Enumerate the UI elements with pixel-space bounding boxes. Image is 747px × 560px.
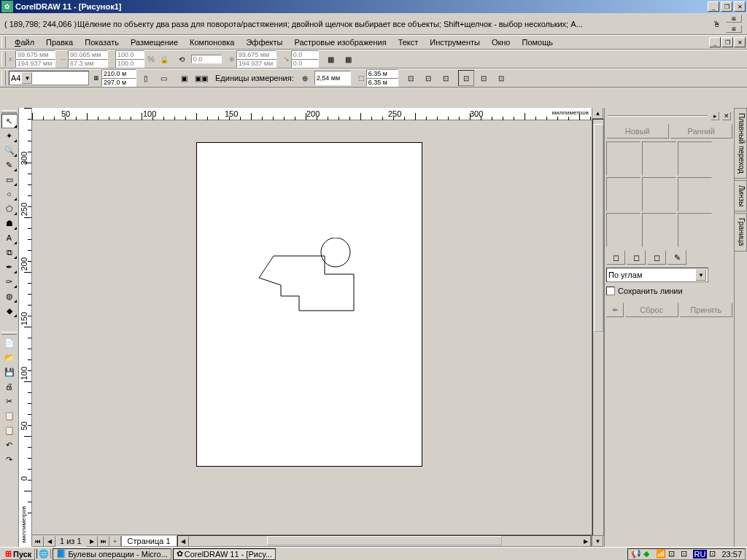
page-width[interactable]: 210.0 м: [101, 69, 136, 78]
scroll-down-button[interactable]: ▼: [592, 536, 603, 547]
snap-button-2[interactable]: ⊡: [420, 70, 436, 86]
taskbar-item-word[interactable]: 📘 Булевы операции - Micro...: [53, 548, 171, 560]
propbar2-grip[interactable]: [1, 71, 6, 85]
blend-tool[interactable]: ⧉: [1, 245, 18, 260]
drawn-shape[interactable]: [255, 238, 372, 318]
system-tray[interactable]: 📢 ◆ 📶 ⊡ ⊡ RU ⊡ 23:57: [627, 548, 746, 560]
polygon-tool[interactable]: ⬠: [1, 201, 18, 216]
horizontal-scrollbar[interactable]: ◀ ▶: [177, 535, 592, 547]
last-page-button[interactable]: ⏭: [98, 536, 109, 547]
clock[interactable]: 23:57: [721, 550, 742, 559]
snap-button-6[interactable]: ⊡: [493, 70, 509, 86]
aux-tool-6[interactable]: 📋: [1, 408, 18, 423]
menu-window[interactable]: Окно: [486, 36, 516, 48]
menu-help[interactable]: Помощь: [516, 36, 559, 48]
canvas[interactable]: [32, 120, 592, 534]
page-height[interactable]: 297.0 м: [101, 78, 136, 87]
docker-collapse-button[interactable]: ▸: [711, 112, 719, 120]
ellipse-tool[interactable]: ○: [1, 187, 18, 201]
text-tool[interactable]: A: [1, 230, 18, 245]
options-button[interactable]: ▦: [341, 51, 357, 67]
palette-none-fill[interactable]: ⊠: [726, 15, 742, 23]
keep-lines-checkbox[interactable]: Сохранить линии: [606, 287, 732, 295]
aux-tool-3[interactable]: 💾: [1, 365, 18, 379]
close-button[interactable]: ✕: [734, 1, 746, 12]
units-icon[interactable]: ⊕: [297, 70, 313, 86]
outline-tool[interactable]: ✑: [1, 274, 18, 289]
early-envelope-button[interactable]: Ранний: [670, 124, 733, 139]
menu-text[interactable]: Текст: [392, 36, 425, 48]
interactive-fill-tool[interactable]: ◆: [1, 303, 18, 318]
vertical-scrollbar[interactable]: ▲ ▼: [592, 108, 604, 547]
menu-grip[interactable]: [1, 36, 6, 48]
next-page-button[interactable]: ▶: [86, 536, 98, 547]
toolbox2-grip[interactable]: [1, 332, 17, 335]
env-mode-2[interactable]: ◻: [627, 250, 646, 265]
rotation[interactable]: 0.0: [191, 55, 222, 63]
menu-effects[interactable]: Эффекты: [240, 36, 288, 48]
pages-button[interactable]: ▣: [176, 70, 192, 86]
page-tab[interactable]: Страница 1: [121, 536, 177, 547]
mdi-close[interactable]: ✕: [734, 37, 746, 47]
pos-y[interactable]: 194.937 мм: [15, 59, 55, 68]
start-button[interactable]: ⊞ Пуск: [1, 548, 35, 560]
skew-x[interactable]: 0.0: [291, 50, 319, 59]
env-mode-4[interactable]: ✎: [667, 250, 686, 265]
rectangle-tool[interactable]: ▭: [1, 172, 18, 187]
first-page-button[interactable]: ⏮: [32, 536, 44, 547]
aux-tool-1[interactable]: 📄: [1, 335, 18, 350]
eyedropper-button[interactable]: ✒: [606, 303, 624, 317]
tray-icon-5[interactable]: ⊡: [681, 549, 691, 559]
size-h[interactable]: 67.3 мм: [68, 59, 108, 68]
scroll-up-button[interactable]: ▲: [592, 108, 603, 119]
language-indicator[interactable]: RU: [693, 550, 708, 559]
new-envelope-button[interactable]: Новый: [606, 124, 669, 139]
minimize-button[interactable]: _: [708, 1, 719, 12]
shape-tool[interactable]: ✦: [1, 128, 18, 143]
env-mode-1[interactable]: ◻: [606, 250, 625, 265]
docker-tab-blend[interactable]: Плавный переход: [735, 108, 747, 179]
pick-tool[interactable]: ↖: [1, 114, 18, 128]
eyedropper-tool[interactable]: ✒: [1, 260, 18, 274]
scale-x[interactable]: 100.0: [115, 50, 144, 59]
dup-y[interactable]: 6.35 м: [366, 78, 398, 87]
aux-tool-2[interactable]: 📂: [1, 350, 18, 365]
env-mode-3[interactable]: ◻: [647, 250, 666, 265]
nudge[interactable]: 2,54 мм: [314, 71, 351, 85]
mapping-mode-select[interactable]: По углам ▼: [606, 268, 708, 282]
docker-tab-border[interactable]: Граница: [735, 213, 747, 251]
quicklaunch-icon[interactable]: 🌐: [39, 549, 49, 559]
aux-tool-7[interactable]: 📋: [1, 423, 18, 438]
facing-pages-button[interactable]: ▣▣: [193, 70, 209, 86]
size-w[interactable]: 90.065 мм: [68, 50, 108, 59]
menu-arrange[interactable]: Компоновка: [184, 36, 240, 48]
toolbox-grip[interactable]: [1, 110, 17, 113]
mdi-restore[interactable]: ❐: [721, 37, 733, 47]
apply-button[interactable]: ▦: [323, 51, 339, 67]
center-x[interactable]: 99.675 мм: [236, 50, 276, 59]
add-page-button[interactable]: +: [109, 536, 121, 547]
palette-none-outline[interactable]: ⊠: [726, 25, 742, 33]
scale-y[interactable]: 100.0: [115, 59, 144, 68]
menu-view[interactable]: Показать: [79, 36, 125, 48]
center-y[interactable]: 194.937 мм: [236, 59, 276, 68]
skew-y[interactable]: 0.0: [291, 59, 319, 68]
tray-icon-4[interactable]: ⊡: [668, 549, 678, 559]
pos-x[interactable]: 99.675 мм: [15, 50, 55, 59]
envelope-preset-grid[interactable]: [606, 141, 712, 247]
fill-tool[interactable]: ◍: [1, 289, 18, 303]
snap-button-3[interactable]: ⊡: [438, 70, 454, 86]
snap-button-5[interactable]: ⊡: [476, 70, 492, 86]
tray-icon-6[interactable]: ⊡: [709, 549, 719, 559]
mdi-minimize[interactable]: _: [709, 37, 721, 47]
paper-size-combo[interactable]: A4 ▼: [9, 71, 89, 85]
aux-tool-9[interactable]: ↷: [1, 452, 18, 467]
rotate-icon[interactable]: ⟲: [174, 51, 190, 67]
apply-button[interactable]: Принять: [680, 303, 733, 317]
menu-bitmaps[interactable]: Растровые изображения: [288, 36, 392, 48]
aux-tool-4[interactable]: 🖨: [1, 379, 18, 394]
maximize-button[interactable]: ❐: [721, 1, 732, 12]
tray-icon-3[interactable]: 📶: [656, 549, 666, 559]
aux-tool-5[interactable]: ✂: [1, 394, 18, 408]
docker-close-button[interactable]: ✕: [722, 112, 731, 120]
